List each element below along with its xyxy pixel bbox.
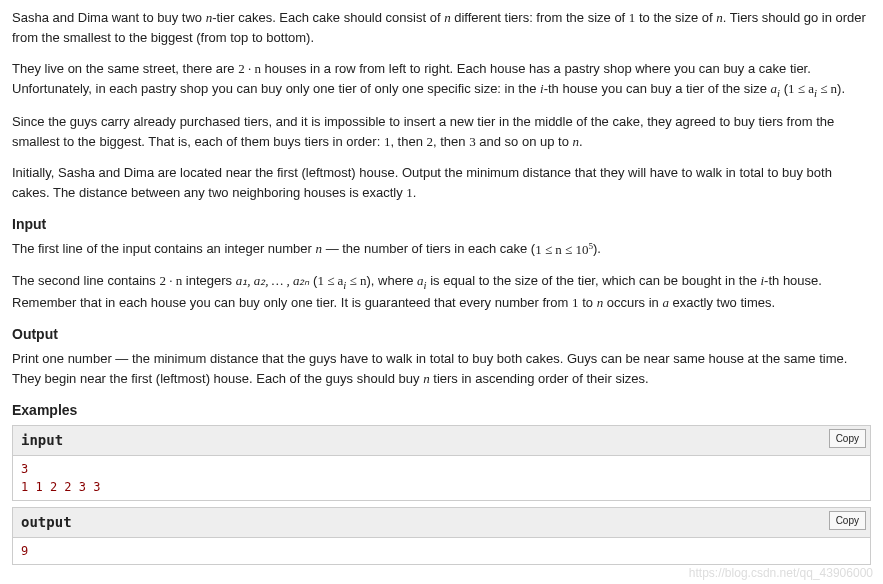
paragraph-2: They live on the same street, there are … bbox=[12, 59, 871, 100]
paragraph-1: Sasha and Dima want to buy two n-tier ca… bbox=[12, 8, 871, 47]
paragraph-3: Since the guys carry already purchased t… bbox=[12, 112, 871, 151]
output-desc-1: Print one number — the minimum distance … bbox=[12, 349, 871, 388]
example-input-header: input Copy bbox=[13, 426, 870, 456]
example-output-data: 9 bbox=[13, 538, 870, 564]
example-output-header: output Copy bbox=[13, 508, 870, 538]
input-desc-2: The second line contains 2 · n integers … bbox=[12, 271, 871, 312]
example-input-data: 3 1 1 2 2 3 3 bbox=[13, 456, 870, 500]
input-section-title: Input bbox=[12, 214, 871, 235]
paragraph-4: Initially, Sasha and Dima are located ne… bbox=[12, 163, 871, 202]
copy-button[interactable]: Copy bbox=[829, 429, 866, 448]
watermark: https://blog.csdn.net/qq_43906000 bbox=[689, 564, 873, 579]
example-output-box: output Copy 9 bbox=[12, 507, 871, 565]
output-section-title: Output bbox=[12, 324, 871, 345]
example-input-label: input bbox=[21, 432, 63, 448]
example-input-box: input Copy 3 1 1 2 2 3 3 bbox=[12, 425, 871, 501]
copy-button[interactable]: Copy bbox=[829, 511, 866, 530]
examples-section-title: Examples bbox=[12, 400, 871, 421]
example-output-label: output bbox=[21, 514, 72, 530]
input-desc-1: The first line of the input contains an … bbox=[12, 239, 871, 259]
